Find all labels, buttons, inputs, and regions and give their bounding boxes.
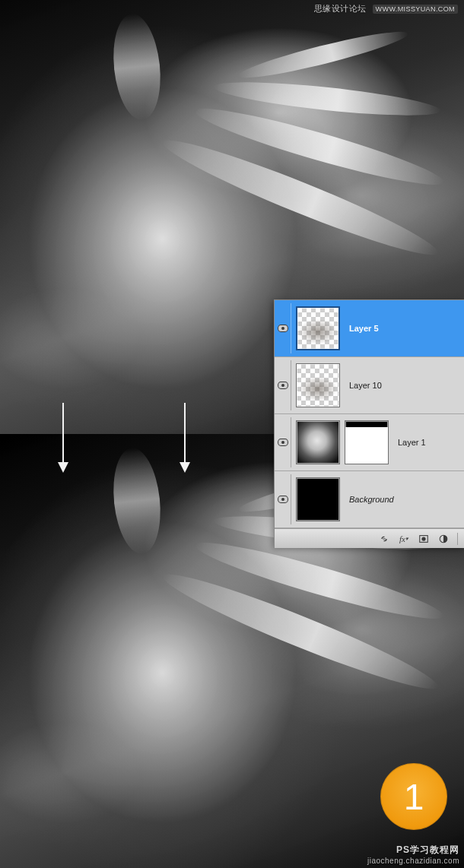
eye-icon [278, 439, 288, 446]
watermark-bottom-line2: jiaocheng.chazidian.com [367, 857, 459, 865]
layer-row-layer-1[interactable]: Layer 1 [275, 414, 464, 471]
tutorial-canvas: Layer 5 Layer 10 Layer 1 [0, 0, 464, 868]
visibility-toggle[interactable] [275, 360, 291, 410]
watermark-text: 思缘设计论坛 [314, 3, 367, 14]
layer-thumbnail[interactable] [296, 477, 340, 521]
adjustment-icon[interactable] [437, 533, 450, 545]
layer-mask-thumbnail[interactable] [345, 420, 389, 464]
layer-row-background[interactable]: Background [275, 471, 464, 528]
layer-list: Layer 5 Layer 10 Layer 1 [275, 300, 464, 528]
layer-thumbnail[interactable] [296, 420, 340, 464]
visibility-toggle[interactable] [275, 474, 291, 524]
layer-row-layer-5[interactable]: Layer 5 [275, 300, 464, 357]
watermark-bottom-line1: PS学习教程网 [367, 844, 459, 857]
watermark-url: WWW.MISSYUAN.COM [373, 5, 458, 14]
link-icon[interactable] [378, 533, 390, 545]
visibility-toggle[interactable] [275, 303, 291, 353]
watermark-top: 思缘设计论坛 WWW.MISSYUAN.COM [314, 3, 458, 14]
arrow-down-icon [184, 403, 186, 471]
mask-icon[interactable] [418, 533, 430, 545]
arrow-down-icon [62, 403, 64, 471]
watermark-bottom: PS学习教程网 jiaocheng.chazidian.com [367, 844, 459, 865]
divider [457, 533, 458, 545]
step-badge: 1 [380, 763, 447, 830]
layers-panel: Layer 5 Layer 10 Layer 1 [274, 299, 464, 548]
layer-row-layer-10[interactable]: Layer 10 [275, 357, 464, 414]
layer-name-label[interactable]: Layer 10 [345, 381, 382, 390]
layer-name-label[interactable]: Layer 5 [345, 324, 379, 333]
layer-name-label[interactable]: Background [345, 495, 394, 504]
step-number: 1 [404, 776, 424, 818]
layers-panel-footer: fx▾ [275, 528, 464, 548]
eye-icon [278, 325, 288, 332]
fx-icon[interactable]: fx▾ [398, 533, 410, 545]
svg-point-1 [421, 537, 425, 540]
visibility-toggle[interactable] [275, 417, 291, 467]
layer-thumbnail[interactable] [296, 363, 340, 407]
layer-name-label[interactable]: Layer 1 [393, 438, 426, 447]
layer-thumbnail[interactable] [296, 306, 340, 350]
eye-icon [278, 382, 288, 389]
eye-icon [278, 496, 288, 503]
